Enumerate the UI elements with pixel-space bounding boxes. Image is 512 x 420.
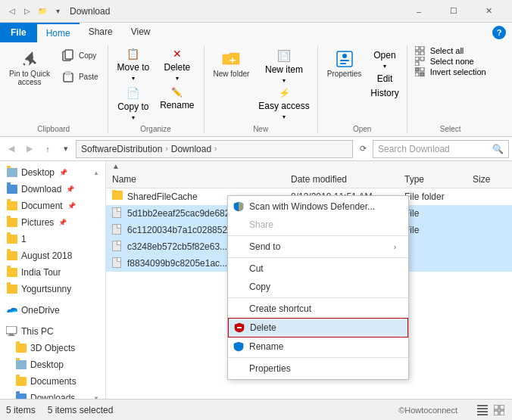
- file-size-cell: [467, 196, 512, 198]
- sidebar-item-pictures[interactable]: Pictures 📌: [0, 214, 105, 231]
- copy-to-button[interactable]: 📄 Copy to ▾: [113, 85, 155, 123]
- tab-file[interactable]: File: [0, 23, 37, 42]
- watermark: ©Howtoconnect: [398, 406, 457, 415]
- new-item-button[interactable]: 📄 New item ▾: [255, 48, 312, 86]
- ctx-copy[interactable]: Copy: [228, 278, 408, 296]
- minimize-button[interactable]: –: [401, 0, 436, 23]
- forward-button[interactable]: ▶: [21, 141, 38, 157]
- select-all-button[interactable]: Select all: [412, 45, 489, 56]
- history-label: History: [370, 88, 398, 98]
- path-segment-1: SoftwareDistribution: [81, 144, 162, 154]
- delete-button[interactable]: ✕ Delete ▾: [155, 45, 198, 84]
- move-to-label: Move to: [117, 62, 150, 73]
- maximize-button[interactable]: ☐: [436, 0, 471, 23]
- rename-button[interactable]: ✏️ Rename: [155, 85, 198, 113]
- sidebar-item-3d[interactable]: 3D Objects: [0, 340, 105, 356]
- documents-folder-icon: [6, 200, 18, 212]
- delete-rename-group: ✕ Delete ▾ ✏️ Rename: [155, 45, 198, 113]
- up-button[interactable]: ↑: [39, 141, 56, 157]
- file-name-text: f8834099b9c8205e1ac...: [127, 258, 227, 269]
- ctx-properties-label: Properties: [249, 363, 291, 374]
- select-items: Select all Select none Invert selection: [412, 45, 489, 123]
- search-box[interactable]: Search Download 🔍: [373, 140, 509, 158]
- selected-count: 5 items selected: [48, 405, 114, 415]
- select-none-button[interactable]: Select none: [412, 56, 489, 67]
- tab-home[interactable]: Home: [37, 23, 80, 42]
- sidebar-item-yogurt[interactable]: Yogurtsunny: [0, 281, 105, 297]
- ctx-create-shortcut[interactable]: Create shortcut: [228, 300, 408, 318]
- ctx-scan-defender[interactable]: Scan with Windows Defender...: [228, 198, 408, 216]
- new-folder-icon: [220, 48, 242, 70]
- move-copy-group: 📋 Move to ▾ 📄 Copy to ▾: [113, 45, 155, 123]
- col-header-date[interactable]: Date modified: [285, 173, 398, 186]
- sidebar-item-august[interactable]: August 2018: [0, 247, 105, 264]
- list-view-button[interactable]: [476, 403, 489, 417]
- ctx-scan-label: Scan with Windows Defender...: [249, 201, 375, 212]
- edit-button[interactable]: Edit: [367, 72, 401, 86]
- sidebar-item-documents[interactable]: Document 📌: [0, 198, 105, 214]
- open-sub-btns: Open ▾ Edit History: [367, 48, 401, 100]
- open-label: Open: [373, 50, 395, 61]
- sidebar-item-1[interactable]: 1: [0, 231, 105, 247]
- address-path[interactable]: SoftwareDistribution › Download ›: [76, 140, 353, 158]
- rename-icon: ✏️: [171, 87, 183, 98]
- new-items: New folder 📄 New item ▾ ⚡ Easy access ▾: [209, 45, 313, 123]
- ctx-send-to[interactable]: Send to ›: [228, 238, 408, 256]
- refresh-button[interactable]: ⟳: [354, 141, 371, 157]
- sidebar-onedrive-label: OneDrive: [21, 305, 60, 316]
- sidebar-pin-pic: 📌: [58, 219, 67, 226]
- pin-to-quick-access-button[interactable]: Pin to Quickaccess: [5, 45, 55, 89]
- new-folder-button[interactable]: New folder: [209, 45, 254, 81]
- open-button[interactable]: Open ▾: [367, 48, 401, 71]
- properties-button[interactable]: Properties: [323, 45, 367, 81]
- col-header-name[interactable]: Name: [106, 173, 285, 186]
- back-button[interactable]: ◀: [3, 141, 20, 157]
- ctx-properties[interactable]: Properties: [228, 359, 408, 378]
- grid-view-button[interactable]: [492, 403, 506, 417]
- clipboard-items: Pin to Quickaccess Copy Paste: [5, 45, 103, 123]
- file-icon: [112, 257, 124, 269]
- paste-button[interactable]: Paste: [56, 67, 103, 86]
- ctx-rename[interactable]: Rename: [228, 338, 408, 356]
- rename-label: Rename: [160, 100, 194, 110]
- ctx-copy-label: Copy: [249, 282, 270, 292]
- ribbon-tab-bar: File Home Share View ?: [0, 23, 512, 42]
- ctx-share-label: Share: [249, 219, 273, 230]
- ctx-shortcut-label: Create shortcut: [249, 303, 311, 314]
- tab-view[interactable]: View: [122, 23, 160, 42]
- sidebar-item-desktop[interactable]: Desktop 📌 ▲: [0, 164, 105, 181]
- sidebar-arrow-desktop: ▲: [93, 170, 99, 176]
- tab-share[interactable]: Share: [80, 23, 122, 42]
- svg-rect-22: [6, 326, 17, 334]
- ctx-cut[interactable]: Cut: [228, 260, 408, 278]
- folder-1-icon: [6, 233, 18, 245]
- sidebar-item-onedrive[interactable]: OneDrive: [0, 302, 105, 319]
- copy-button[interactable]: Copy: [56, 45, 103, 65]
- invert-selection-button[interactable]: Invert selection: [412, 67, 489, 77]
- ctx-delete[interactable]: Delete: [228, 318, 408, 338]
- ctx-share[interactable]: Share: [228, 216, 408, 234]
- sidebar-item-desktop2[interactable]: Desktop: [0, 356, 105, 373]
- sidebar-item-india[interactable]: India Tour: [0, 264, 105, 281]
- col-header-size[interactable]: Size: [467, 173, 512, 186]
- help-button[interactable]: ?: [492, 26, 506, 39]
- ribbon-group-select: Select all Select none Invert selection: [407, 45, 494, 133]
- file-size-cell: [467, 263, 512, 264]
- sidebar-item-thispc[interactable]: This PC: [0, 323, 105, 340]
- new-item-arrow: ▾: [283, 77, 286, 84]
- col-header-type[interactable]: Type: [398, 173, 467, 186]
- recent-button[interactable]: ▾: [58, 141, 74, 157]
- history-button[interactable]: History: [367, 86, 401, 100]
- svg-rect-28: [477, 414, 488, 415]
- svg-rect-25: [477, 405, 488, 406]
- sidebar-item-documents2[interactable]: Documents: [0, 373, 105, 390]
- onedrive-icon: [6, 304, 18, 316]
- close-button[interactable]: ✕: [471, 0, 506, 23]
- window-controls: – ☐ ✕: [401, 0, 506, 23]
- path-sep-2: ›: [214, 145, 217, 153]
- path-segment-2: Download: [171, 144, 211, 154]
- move-to-button[interactable]: 📋 Move to ▾: [113, 45, 155, 84]
- search-icon: 🔍: [492, 144, 504, 154]
- sidebar-item-download[interactable]: Download 📌: [0, 181, 105, 198]
- easy-access-button[interactable]: ⚡ Easy access ▾: [255, 86, 312, 122]
